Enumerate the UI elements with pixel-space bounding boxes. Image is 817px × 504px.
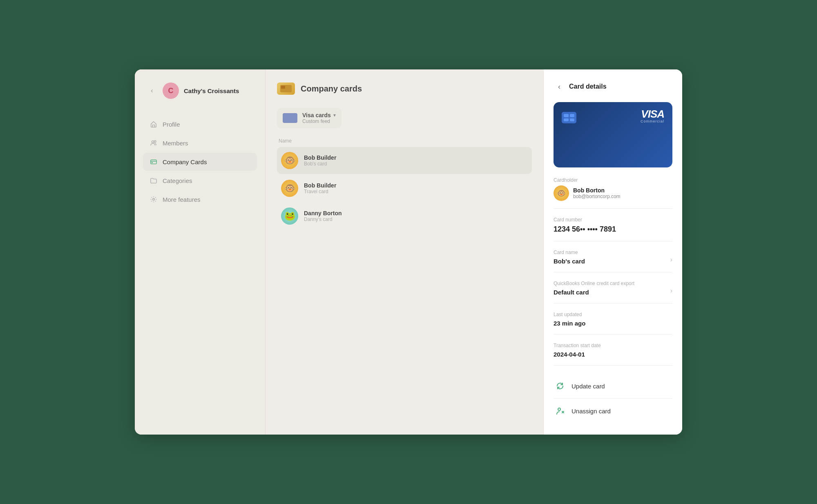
main-header: Company cards [277, 83, 532, 95]
cardholder-label: Cardholder [554, 177, 672, 183]
transaction-start-section: Transaction start date 2024-04-01 [554, 343, 672, 366]
detail-panel: ‹ Card details VISA Commercial Cardholde… [543, 69, 682, 435]
cardholder-row: 🐵 Bob Borton bob@bortoncorp.com [554, 185, 672, 201]
sidebar-item-members[interactable]: Members [143, 134, 257, 152]
card-selector-icon [283, 113, 297, 123]
svg-rect-2 [151, 160, 156, 164]
card-selector-label: Visa cards [302, 112, 331, 118]
card-selector-sublabel: Custom feed [302, 118, 336, 124]
main-content: Company cards Visa cards ▾ Custom feed N… [266, 69, 543, 435]
back-button[interactable]: ‹ [146, 85, 158, 96]
sidebar-item-label: More features [163, 196, 201, 203]
cardholder-section: Cardholder 🐵 Bob Borton bob@bortoncorp.c… [554, 177, 672, 209]
qbo-label: QuickBooks Online credit card export [554, 281, 634, 286]
card-info: Bob Builder Bob's card [304, 154, 336, 167]
unassign-card-icon [554, 404, 567, 417]
cards-icon [150, 158, 158, 166]
sidebar-item-label: Profile [163, 121, 180, 128]
card-holder-name: Danny Borton [304, 210, 342, 216]
company-cards-icon [277, 83, 295, 95]
visa-logo: VISA Commercial [641, 109, 664, 123]
card-list: 🐵 Bob Builder Bob's card 🐵 Bob Builder T… [277, 147, 532, 230]
avatar: 🐵 [281, 152, 298, 169]
sidebar-item-company-cards[interactable]: Company Cards [143, 153, 257, 171]
visa-logo-sub: Commercial [641, 119, 664, 123]
last-updated-label: Last updated [554, 312, 672, 317]
sidebar-item-label: Categories [163, 177, 192, 184]
card-list-item[interactable]: 🐵 Bob Builder Bob's card [277, 147, 532, 174]
members-icon [150, 139, 158, 147]
svg-point-5 [558, 408, 560, 410]
card-number-label: Card number [554, 217, 672, 223]
home-icon [150, 120, 158, 128]
sidebar-item-profile[interactable]: Profile [143, 115, 257, 133]
svg-rect-3 [152, 162, 153, 163]
sidebar: ‹ C Cathy's Croissants Profile [135, 69, 266, 435]
nav-items: Profile Members [143, 115, 257, 208]
unassign-card-button[interactable]: Unassign card [554, 399, 672, 423]
transaction-start-label: Transaction start date [554, 343, 672, 348]
card-info: Bob Builder Travel card [304, 182, 336, 194]
cardholder-avatar: 🐵 [554, 185, 569, 201]
card-holder-name: Bob Builder [304, 154, 336, 161]
sidebar-item-label: Members [163, 140, 188, 147]
card-list-item[interactable]: 🐵 Bob Builder Travel card [277, 175, 532, 202]
svg-point-0 [152, 141, 154, 143]
cardholder-email: bob@bortoncorp.com [573, 194, 621, 199]
gear-icon [150, 195, 158, 203]
main-title: Company cards [301, 84, 362, 94]
company-avatar: C [163, 83, 179, 99]
sidebar-item-label: Company Cards [163, 158, 207, 165]
card-selector-info: Visa cards ▾ Custom feed [302, 112, 336, 124]
svg-point-1 [154, 140, 156, 143]
cardholder-name: Bob Borton [573, 187, 621, 194]
app-container: ‹ C Cathy's Croissants Profile [135, 69, 682, 435]
chevron-right-icon: › [670, 287, 672, 294]
card-name: Danny's card [304, 216, 342, 222]
card-number-value: 1234 56•• •••• 7891 [554, 225, 672, 234]
card-name: Travel card [304, 189, 336, 194]
visa-card-graphic: VISA Commercial [554, 102, 672, 167]
card-list-item[interactable]: 🐸 Danny Borton Danny's card [277, 203, 532, 230]
folder-icon [150, 176, 158, 185]
avatar: 🐸 [281, 207, 298, 225]
company-name: Cathy's Croissants [184, 87, 239, 94]
update-card-label: Update card [571, 383, 605, 390]
detail-header: ‹ Card details [554, 81, 672, 92]
card-name-label: Card name [554, 250, 585, 255]
detail-back-button[interactable]: ‹ [554, 81, 565, 92]
chevron-right-icon: › [670, 256, 672, 263]
transaction-start-value: 2024-04-01 [554, 351, 672, 358]
detail-title: Card details [569, 83, 607, 90]
card-number-section: Card number 1234 56•• •••• 7891 [554, 217, 672, 241]
card-holder-name: Bob Builder [304, 182, 336, 189]
card-name-section: Card name Bob's card › [554, 250, 672, 272]
visa-logo-text: VISA [641, 109, 664, 119]
last-updated-value: 23 min ago [554, 320, 672, 327]
card-chip [562, 112, 576, 123]
sidebar-item-categories[interactable]: Categories [143, 172, 257, 190]
chevron-down-icon: ▾ [333, 112, 336, 118]
qbo-row[interactable]: QuickBooks Online credit card export Def… [554, 281, 672, 296]
card-name: Bob's card [304, 161, 336, 167]
card-name-row[interactable]: Card name Bob's card › [554, 250, 672, 265]
sidebar-header: ‹ C Cathy's Croissants [143, 83, 257, 99]
last-updated-section: Last updated 23 min ago [554, 312, 672, 335]
svg-point-4 [153, 198, 155, 201]
avatar: 🐵 [281, 180, 298, 197]
card-name-value: Bob's card [554, 258, 585, 265]
update-card-icon [554, 379, 567, 392]
sidebar-item-more-features[interactable]: More features [143, 190, 257, 208]
card-list-header: Name [277, 138, 532, 144]
update-card-button[interactable]: Update card [554, 374, 672, 399]
qbo-section: QuickBooks Online credit card export Def… [554, 281, 672, 303]
qbo-value: Default card [554, 289, 634, 296]
unassign-card-label: Unassign card [571, 408, 611, 415]
card-selector[interactable]: Visa cards ▾ Custom feed [277, 108, 342, 128]
card-info: Danny Borton Danny's card [304, 210, 342, 222]
